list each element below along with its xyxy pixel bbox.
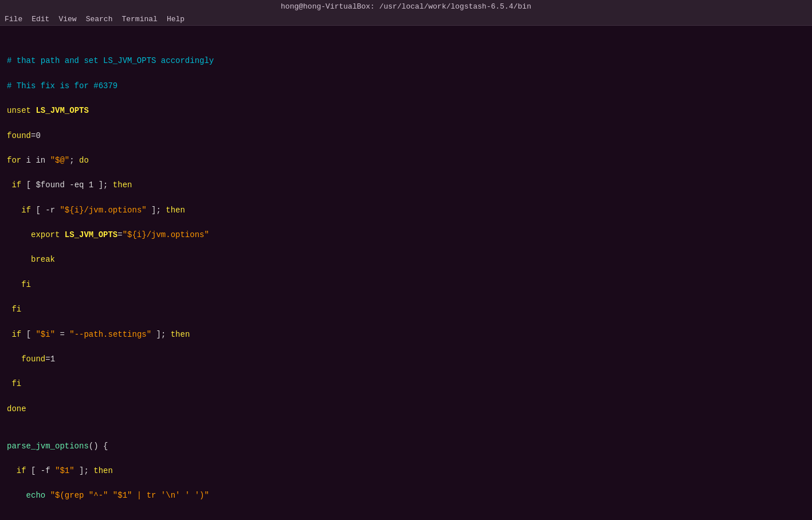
- menu-edit[interactable]: Edit: [32, 15, 49, 23]
- terminal-content: # that path and set LS_JVM_OPTS accordin…: [0, 26, 812, 514]
- menu-file[interactable]: File: [5, 15, 22, 23]
- menu-help[interactable]: Help: [167, 15, 185, 23]
- menu-bar: File Edit View Search Terminal Help: [0, 13, 812, 26]
- code-area: # that path and set LS_JVM_OPTS accordin…: [5, 30, 812, 514]
- menu-view[interactable]: View: [58, 15, 76, 23]
- menu-terminal[interactable]: Terminal: [121, 15, 157, 23]
- title-bar: hong@hong-VirtualBox: /usr/local/work/lo…: [0, 0, 812, 13]
- title-text: hong@hong-VirtualBox: /usr/local/work/lo…: [281, 2, 531, 11]
- menu-search[interactable]: Search: [86, 15, 113, 23]
